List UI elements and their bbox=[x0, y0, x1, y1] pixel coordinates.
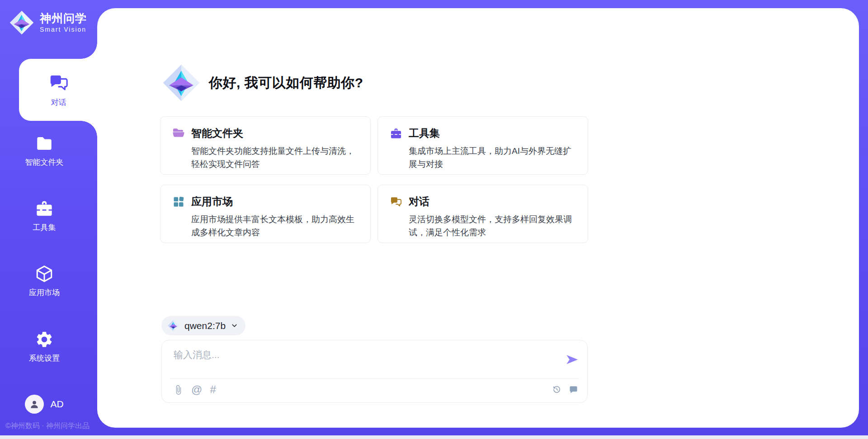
sidebar-item-settings[interactable]: 系统设置 bbox=[0, 330, 89, 363]
model-selector[interactable]: qwen2:7b bbox=[161, 316, 245, 335]
sidebar-item-chat[interactable]: 对话 bbox=[19, 59, 98, 121]
card-title: 智能文件夹 bbox=[191, 126, 243, 140]
brand[interactable]: 神州问学 Smart Vision bbox=[9, 10, 87, 35]
card-description: 应用市场提供丰富长文本模板，助力高效生成多样化文章内容 bbox=[191, 213, 359, 239]
user-profile[interactable]: AD bbox=[0, 395, 89, 414]
assistant-logo-icon bbox=[162, 63, 201, 102]
card-smart-folder[interactable]: 智能文件夹 智能文件夹功能支持批量文件上传与清洗，轻松实现文件问答 bbox=[160, 116, 371, 175]
composer-divider bbox=[170, 378, 579, 379]
sidebar-item-label: 应用市场 bbox=[29, 287, 60, 298]
message-composer: @ # bbox=[161, 340, 588, 403]
user-name: AD bbox=[50, 399, 63, 410]
avatar bbox=[25, 395, 44, 414]
greeting-title: 你好, 我可以如何帮助你? bbox=[209, 74, 363, 92]
gear-icon bbox=[35, 330, 54, 349]
model-name: qwen2:7b bbox=[184, 320, 226, 331]
card-toolset[interactable]: 工具集 集成市场上主流工具，助力AI与外界无缝扩展与对接 bbox=[377, 116, 588, 175]
card-title: 应用市场 bbox=[191, 195, 233, 209]
send-icon[interactable] bbox=[565, 353, 579, 367]
card-description: 灵活切换多模型文件，支持多样回复效果调试，满足个性化需求 bbox=[409, 213, 576, 239]
model-logo-icon bbox=[167, 320, 179, 332]
toolbox-icon bbox=[35, 199, 54, 218]
card-title: 工具集 bbox=[409, 126, 440, 140]
attach-file-icon[interactable] bbox=[173, 384, 184, 396]
card-app-market[interactable]: 应用市场 应用市场提供丰富长文本模板，助力高效生成多样化文章内容 bbox=[160, 185, 371, 243]
sidebar-item-label: 智能文件夹 bbox=[25, 157, 64, 167]
copyright-text: ©神州数码 · 神州问学出品 bbox=[5, 421, 90, 431]
folder-icon bbox=[35, 134, 54, 153]
greeting: 你好, 我可以如何帮助你? bbox=[162, 63, 363, 102]
tab-connector-top bbox=[81, 43, 97, 59]
card-description: 智能文件夹功能支持批量文件上传与清洗，轻松实现文件问答 bbox=[191, 144, 359, 171]
card-description: 集成市场上主流工具，助力AI与外界无缝扩展与对接 bbox=[409, 144, 576, 171]
mention-icon[interactable]: @ bbox=[191, 384, 202, 396]
message-input[interactable] bbox=[173, 348, 559, 374]
card-chat[interactable]: 对话 灵活切换多模型文件，支持多样回复效果调试，满足个性化需求 bbox=[377, 185, 588, 243]
chat-bubble-icon[interactable] bbox=[569, 385, 578, 394]
chat-icon bbox=[390, 196, 402, 208]
sidebar-item-toolset[interactable]: 工具集 bbox=[0, 199, 89, 233]
hashtag-icon[interactable]: # bbox=[210, 384, 216, 396]
app-grid-icon bbox=[172, 196, 185, 208]
brand-name: 神州问学 bbox=[40, 12, 87, 25]
brand-subtitle: Smart Vision bbox=[40, 26, 87, 33]
toolbox-icon bbox=[390, 127, 402, 140]
sidebar-item-label: 工具集 bbox=[33, 222, 56, 233]
feature-cards: 智能文件夹 智能文件夹功能支持批量文件上传与清洗，轻松实现文件问答 工具集 集成… bbox=[160, 116, 588, 243]
bottom-edge-strip bbox=[0, 435, 868, 439]
card-title: 对话 bbox=[409, 195, 429, 209]
app-logo-icon bbox=[9, 10, 34, 35]
folder-open-icon bbox=[172, 127, 185, 140]
cube-icon bbox=[35, 264, 54, 283]
sidebar-item-app-market[interactable]: 应用市场 bbox=[0, 264, 89, 298]
sidebar-item-label: 对话 bbox=[51, 97, 66, 108]
chevron-down-icon bbox=[231, 322, 238, 329]
sidebar-item-smart-folder[interactable]: 智能文件夹 bbox=[0, 134, 89, 167]
history-icon[interactable] bbox=[552, 385, 561, 394]
chat-icon bbox=[48, 72, 69, 93]
sidebar-item-label: 系统设置 bbox=[29, 353, 60, 363]
